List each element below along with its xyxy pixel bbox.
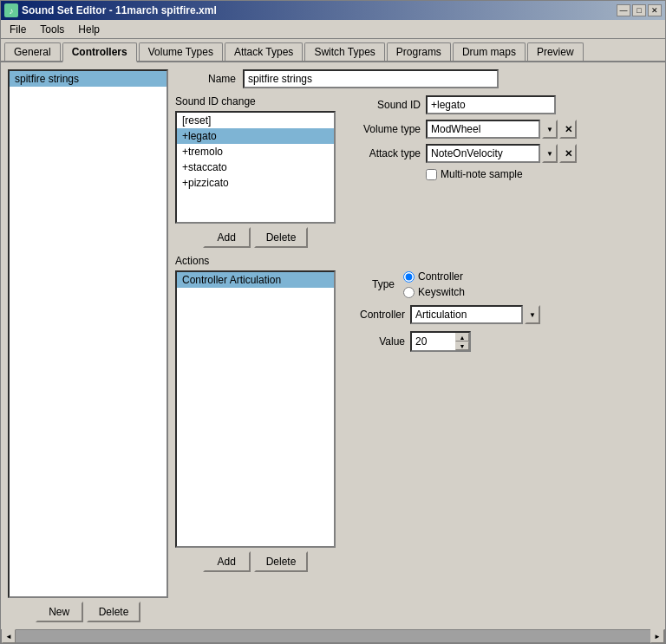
attack-type-dropdown-btn[interactable]: ▼ bbox=[542, 144, 558, 163]
scroll-right-btn[interactable]: ► bbox=[650, 629, 664, 643]
type-radio-group: Controller Keyswitch bbox=[403, 270, 465, 298]
tab-switch-types[interactable]: Switch Types bbox=[304, 42, 384, 61]
controller-select-wrapper: Articulation ▼ bbox=[410, 305, 540, 324]
sound-id-list[interactable]: [reset] +legato +tremolo +staccato +pizz… bbox=[175, 111, 336, 224]
sound-id-buttons: Add Delete bbox=[175, 227, 336, 248]
scroll-track[interactable] bbox=[16, 630, 650, 642]
action-item-controller-articulation[interactable]: Controller Articulation bbox=[177, 272, 334, 288]
tab-programs[interactable]: Programs bbox=[387, 42, 451, 61]
actions-list[interactable]: Controller Articulation bbox=[175, 270, 336, 548]
multi-note-label: Multi-note sample bbox=[441, 168, 523, 180]
main-content: spitfire strings New Delete Name Sound I… bbox=[1, 62, 665, 629]
sound-id-section: Sound ID change [reset] +legato +tremolo… bbox=[175, 95, 336, 248]
sound-id-prop-label: Sound ID bbox=[343, 99, 421, 111]
tab-general[interactable]: General bbox=[4, 42, 61, 61]
actions-label: Actions bbox=[175, 255, 658, 267]
scroll-left-btn[interactable]: ◄ bbox=[2, 629, 16, 643]
value-input-wrapper: ▲ ▼ bbox=[410, 331, 471, 352]
controller-radio[interactable] bbox=[403, 271, 415, 283]
value-spin-up[interactable]: ▲ bbox=[455, 333, 469, 342]
list-item[interactable]: spitfire strings bbox=[10, 71, 166, 87]
maximize-button[interactable]: □ bbox=[632, 4, 646, 16]
type-label: Type bbox=[343, 278, 395, 290]
controller-row: Controller Articulation ▼ bbox=[343, 305, 658, 324]
sound-id-item-pizzicato[interactable]: +pizzicato bbox=[177, 175, 334, 191]
window-title: Sound Set Editor - 11march spitfire.xml bbox=[22, 4, 617, 16]
tab-drum-maps[interactable]: Drum maps bbox=[453, 42, 526, 61]
tab-preview[interactable]: Preview bbox=[527, 42, 584, 61]
keyswitch-radio-label: Keyswitch bbox=[418, 286, 465, 298]
controller-radio-row: Controller bbox=[403, 270, 465, 283]
name-input[interactable] bbox=[243, 69, 499, 88]
sound-id-item-tremolo[interactable]: +tremolo bbox=[177, 144, 334, 159]
actions-delete-button[interactable]: Delete bbox=[254, 551, 309, 572]
sound-id-item-legato[interactable]: +legato bbox=[177, 128, 334, 144]
delete-button[interactable]: Delete bbox=[87, 602, 141, 622]
sound-id-item-reset[interactable]: [reset] bbox=[177, 113, 334, 128]
action-properties: Type Controller Keyswitch bbox=[343, 270, 658, 572]
app-icon: ♪ bbox=[4, 3, 18, 17]
multi-note-row: Multi-note sample bbox=[426, 168, 658, 180]
right-panel: Name Sound ID change [reset] +legato +tr… bbox=[175, 69, 658, 622]
type-row: Type Controller Keyswitch bbox=[343, 270, 658, 298]
menu-tools[interactable]: Tools bbox=[33, 22, 71, 37]
multi-note-checkbox[interactable] bbox=[426, 169, 437, 180]
sound-id-delete-button[interactable]: Delete bbox=[254, 227, 309, 248]
tab-attack-types[interactable]: Attack Types bbox=[225, 42, 303, 61]
volume-type-select-wrapper: ModWheel ▼ ✕ bbox=[426, 120, 577, 139]
controller-radio-label: Controller bbox=[418, 270, 463, 283]
minimize-button[interactable]: — bbox=[617, 4, 630, 16]
value-row: Value ▲ ▼ bbox=[343, 331, 658, 352]
menu-bar: File Tools Help bbox=[1, 20, 665, 39]
properties-panel: Sound ID Volume type ModWheel ▼ ✕ bbox=[343, 95, 658, 248]
volume-type-clear-btn[interactable]: ✕ bbox=[559, 120, 577, 139]
two-columns: Sound ID change [reset] +legato +tremolo… bbox=[175, 95, 658, 248]
actions-section: Controller Articulation Add Delete Type bbox=[175, 270, 658, 572]
volume-type-row: Volume type ModWheel ▼ ✕ bbox=[343, 120, 658, 139]
attack-type-row: Attack type NoteOnVelocity ▼ ✕ bbox=[343, 144, 658, 163]
controller-select[interactable]: Articulation bbox=[410, 305, 523, 324]
left-panel-buttons: New Delete bbox=[8, 602, 168, 622]
keyswitch-radio-row: Keyswitch bbox=[403, 286, 465, 298]
actions-buttons: Add Delete bbox=[175, 551, 336, 572]
menu-file[interactable]: File bbox=[3, 22, 33, 37]
sound-id-item-staccato[interactable]: +staccato bbox=[177, 159, 334, 175]
actions-add-button[interactable]: Add bbox=[203, 551, 251, 572]
value-spin-down[interactable]: ▼ bbox=[455, 342, 469, 350]
controller-dropdown-btn[interactable]: ▼ bbox=[525, 305, 540, 324]
sound-id-section-label: Sound ID change bbox=[175, 95, 336, 107]
close-button[interactable]: ✕ bbox=[648, 4, 662, 16]
keyswitch-radio[interactable] bbox=[403, 287, 415, 298]
attack-type-select-wrapper: NoteOnVelocity ▼ ✕ bbox=[426, 144, 577, 163]
attack-type-label: Attack type bbox=[343, 147, 421, 159]
scrollbar-bottom: ◄ ► bbox=[1, 629, 665, 643]
instrument-list[interactable]: spitfire strings bbox=[8, 69, 168, 598]
title-bar-buttons: — □ ✕ bbox=[617, 4, 662, 16]
value-spinner: ▲ ▼ bbox=[455, 333, 469, 350]
tab-volume-types[interactable]: Volume Types bbox=[139, 42, 223, 61]
main-window: ♪ Sound Set Editor - 11march spitfire.xm… bbox=[0, 0, 666, 644]
volume-type-select[interactable]: ModWheel bbox=[426, 120, 540, 139]
actions-list-container: Controller Articulation Add Delete bbox=[175, 270, 336, 572]
left-panel: spitfire strings New Delete bbox=[8, 69, 168, 622]
new-button[interactable]: New bbox=[36, 602, 83, 622]
attack-type-select[interactable]: NoteOnVelocity bbox=[426, 144, 540, 163]
actions-section-wrapper: Actions Controller Articulation Add Dele… bbox=[175, 255, 658, 572]
name-label: Name bbox=[175, 73, 236, 85]
name-row: Name bbox=[175, 69, 658, 88]
sound-id-prop-input[interactable] bbox=[426, 95, 556, 114]
menu-help[interactable]: Help bbox=[71, 22, 107, 37]
controller-label: Controller bbox=[343, 309, 405, 321]
sound-id-add-button[interactable]: Add bbox=[203, 227, 251, 248]
value-label: Value bbox=[343, 335, 405, 348]
volume-type-dropdown-btn[interactable]: ▼ bbox=[542, 120, 558, 139]
sound-id-row: Sound ID bbox=[343, 95, 658, 114]
volume-type-label: Volume type bbox=[343, 123, 421, 135]
title-bar: ♪ Sound Set Editor - 11march spitfire.xm… bbox=[1, 1, 665, 20]
value-input[interactable] bbox=[412, 334, 455, 349]
attack-type-clear-btn[interactable]: ✕ bbox=[559, 144, 577, 163]
tab-controllers[interactable]: Controllers bbox=[62, 42, 137, 62]
tabs-bar: General Controllers Volume Types Attack … bbox=[1, 39, 665, 62]
